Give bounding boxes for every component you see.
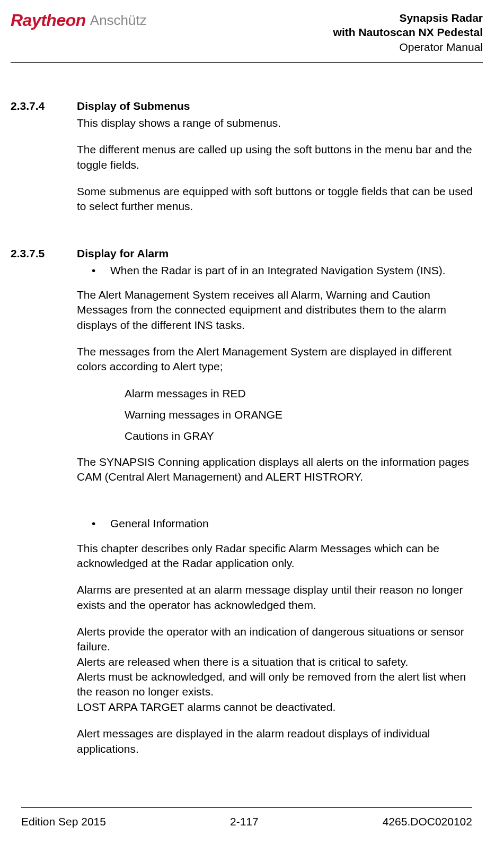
header-titles: Synapsis Radar with Nautoscan NX Pedesta… bbox=[333, 11, 483, 54]
color-item-orange: Warning messages in ORANGE bbox=[125, 407, 483, 422]
paragraph: Some submenus are equipped with soft but… bbox=[77, 184, 483, 214]
color-list: Alarm messages in RED Warning messages i… bbox=[125, 386, 483, 444]
page-header: Raytheon Anschütz Synapsis Radar with Na… bbox=[11, 11, 483, 63]
section-title: Display for Alarm bbox=[77, 247, 483, 260]
bullet-item: • When the Radar is part of in an Integr… bbox=[92, 263, 483, 278]
line: Alerts must be acknowledged, and will on… bbox=[77, 669, 483, 700]
section-2374: 2.3.7.4 Display of Submenus This display… bbox=[11, 100, 483, 226]
content-area: 2.3.7.4 Display of Submenus This display… bbox=[11, 100, 483, 807]
paragraph: Alert messages are displayed in the alar… bbox=[77, 726, 483, 756]
paragraph: This display shows a range of submenus. bbox=[77, 116, 483, 130]
bullet-icon: • bbox=[92, 516, 110, 531]
bullet-item: • General Information bbox=[92, 516, 483, 531]
page-footer: Edition Sep 2015 2-117 4265.DOC020102 bbox=[21, 807, 472, 833]
doc-title-line3: Operator Manual bbox=[333, 40, 483, 54]
raytheon-logo: Raytheon bbox=[11, 11, 86, 30]
footer-edition: Edition Sep 2015 bbox=[21, 815, 106, 828]
doc-title-line2: with Nautoscan NX Pedestal bbox=[333, 25, 483, 39]
paragraph: Alarms are presented at an alarm message… bbox=[77, 582, 483, 613]
paragraph: This chapter describes only Radar specif… bbox=[77, 541, 483, 571]
bullet-text: General Information bbox=[110, 516, 209, 531]
color-item-red: Alarm messages in RED bbox=[125, 386, 483, 401]
document-page: Raytheon Anschütz Synapsis Radar with Na… bbox=[0, 0, 504, 844]
section-body: Display for Alarm • When the Radar is pa… bbox=[77, 247, 483, 768]
paragraph-block: Alerts provide the operator with an indi… bbox=[77, 624, 483, 715]
line: Alerts provide the operator with an indi… bbox=[77, 624, 483, 655]
paragraph: The different menus are called up using … bbox=[77, 142, 483, 172]
section-title: Display of Submenus bbox=[77, 100, 483, 112]
bullet-text: When the Radar is part of in an Integrat… bbox=[110, 263, 446, 278]
paragraph: The SYNAPSIS Conning application display… bbox=[77, 455, 483, 485]
doc-title-line1: Synapsis Radar bbox=[333, 11, 483, 25]
paragraph: The Alert Management System receives all… bbox=[77, 288, 483, 333]
paragraph: The messages from the Alert Management S… bbox=[77, 344, 483, 375]
bullet-icon: • bbox=[92, 263, 110, 278]
anschutz-logo: Anschütz bbox=[90, 12, 147, 29]
section-number: 2.3.7.4 bbox=[11, 100, 77, 226]
line: Alerts are released when there is a situ… bbox=[77, 655, 483, 669]
section-2375: 2.3.7.5 Display for Alarm • When the Rad… bbox=[11, 247, 483, 768]
line: LOST ARPA TARGET alarms cannot be deacti… bbox=[77, 700, 483, 715]
section-body: Display of Submenus This display shows a… bbox=[77, 100, 483, 226]
color-item-gray: Cautions in GRAY bbox=[125, 429, 483, 443]
section-number: 2.3.7.5 bbox=[11, 247, 77, 768]
footer-page-number: 2-117 bbox=[230, 815, 259, 828]
logo-group: Raytheon Anschütz bbox=[11, 11, 147, 30]
footer-doc-number: 4265.DOC020102 bbox=[383, 815, 472, 828]
